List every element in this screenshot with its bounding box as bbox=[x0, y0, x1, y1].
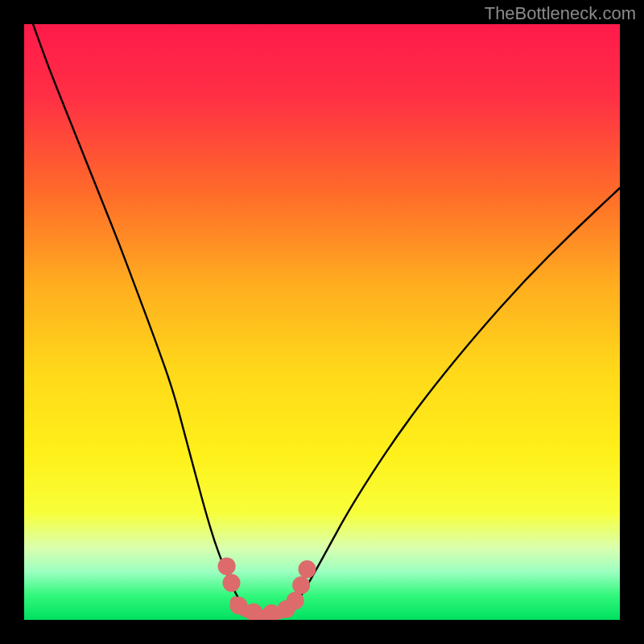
marker-dot bbox=[223, 574, 241, 592]
marker-dot bbox=[299, 560, 316, 578]
gradient-background bbox=[24, 24, 620, 620]
marker-dot bbox=[218, 557, 236, 575]
chart-frame: TheBottleneck.com bbox=[0, 0, 644, 644]
marker-dot bbox=[292, 576, 310, 594]
plot-area bbox=[24, 24, 620, 620]
chart-svg bbox=[24, 24, 620, 620]
watermark-text: TheBottleneck.com bbox=[485, 3, 636, 24]
marker-dot bbox=[287, 592, 304, 609]
